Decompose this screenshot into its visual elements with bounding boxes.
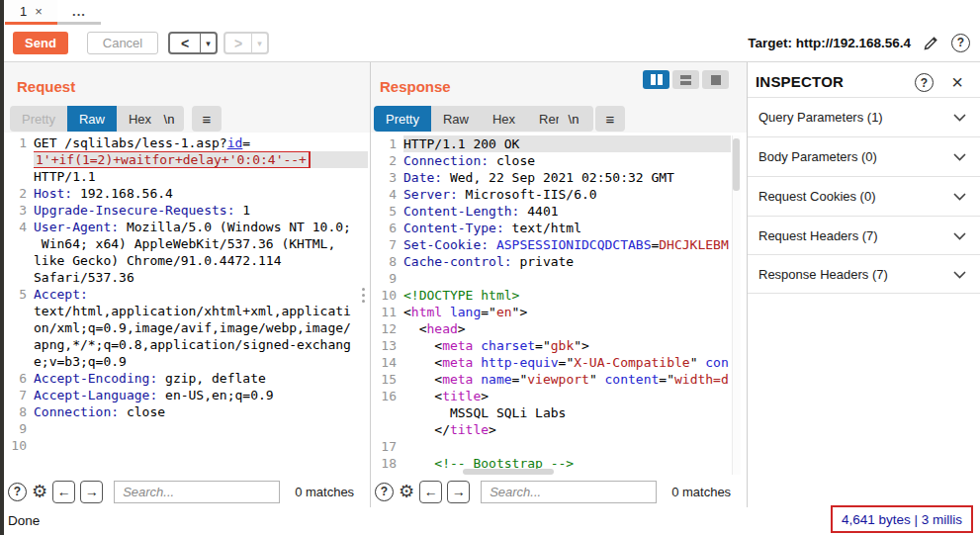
code-line[interactable]: 4Server: Microsoft-IIS/6.0: [376, 186, 731, 203]
code-line[interactable]: HTTP/1.1: [8, 168, 368, 185]
inspector-section-body-parameters[interactable]: Body Parameters (0): [748, 137, 980, 176]
code-line[interactable]: 13 <meta charset="gbk">: [376, 337, 731, 354]
code-line[interactable]: 5Accept:: [8, 286, 368, 303]
code-line[interactable]: 1'+if(1=2)+waitfor+delay+'0:0:4'--+: [8, 151, 368, 168]
back-dropdown-icon[interactable]: ▾: [200, 34, 216, 52]
code-line[interactable]: 2Connection: close: [376, 152, 731, 169]
code-line[interactable]: on/xml;q=0.9,image/avif,image/webp,image…: [8, 319, 368, 336]
help-icon[interactable]: ?: [375, 483, 394, 501]
gear-icon[interactable]: ⚙: [32, 483, 47, 500]
search-next-icon[interactable]: →: [80, 481, 103, 503]
code-line[interactable]: MSSQL SQLi Labs: [376, 404, 731, 421]
show-newlines-button[interactable]: \n: [559, 106, 588, 132]
line-number: 3: [376, 169, 403, 186]
inspector-section-response-headers[interactable]: Response Headers (7): [748, 255, 980, 294]
chevron-down-icon: [953, 153, 966, 161]
section-label: Request Cookies (0): [758, 189, 876, 204]
tab-overflow[interactable]: ...: [57, 0, 101, 25]
code-line[interactable]: 5Content-Length: 4401: [376, 203, 731, 220]
splitter-grip[interactable]: [362, 288, 365, 303]
back-button[interactable]: < ▾: [168, 32, 218, 54]
close-tab-icon[interactable]: ×: [35, 4, 43, 19]
request-response-splitter[interactable]: [370, 62, 371, 507]
code-line[interactable]: 17: [376, 438, 731, 455]
line-number: 1: [8, 134, 34, 151]
code-line[interactable]: 3Upgrade-Insecure-Requests: 1: [8, 202, 368, 219]
code-line[interactable]: 7Set-Cookie: ASPSESSIONIDCQDCTABS=DHCJKL…: [376, 236, 731, 253]
code-line[interactable]: 9: [376, 270, 731, 287]
request-panel-title: Request: [17, 78, 75, 95]
code-line[interactable]: 10<!DOCTYPE html>: [376, 287, 731, 304]
layout-rows-button[interactable]: [672, 70, 699, 89]
gear-icon[interactable]: ⚙: [399, 483, 414, 500]
line-text: <meta name="viewport" content="width=d: [403, 371, 731, 388]
search-next-icon[interactable]: →: [447, 481, 470, 503]
send-button[interactable]: Send: [13, 32, 68, 54]
inspector-section-query-parameters[interactable]: Query Parameters (1): [748, 98, 980, 136]
menu-icon[interactable]: ≡: [192, 106, 222, 132]
edit-target-icon[interactable]: [923, 35, 939, 51]
tab-raw[interactable]: Raw: [67, 106, 117, 132]
line-text: on/xml;q=0.9,image/avif,image/webp,image…: [34, 319, 368, 336]
response-editor[interactable]: 1HTTP/1.1 200 OK2Connection: close3Date:…: [376, 135, 731, 475]
line-number: 9: [376, 270, 403, 287]
chevron-down-icon: [953, 232, 966, 240]
code-line[interactable]: 12 <head>: [376, 320, 731, 337]
help-icon[interactable]: ?: [951, 34, 970, 52]
code-line[interactable]: Win64; x64) AppleWebKit/537.36 (KHTML,: [8, 235, 368, 252]
forward-dropdown-icon[interactable]: ▾: [251, 34, 267, 52]
code-line[interactable]: 1HTTP/1.1 200 OK: [376, 135, 731, 152]
code-line[interactable]: 11<html lang="en">: [376, 304, 731, 320]
code-line[interactable]: 8Cache-control: private: [376, 253, 731, 270]
code-line[interactable]: like Gecko) Chrome/91.0.4472.114: [8, 252, 368, 269]
layout-columns-button[interactable]: [643, 70, 669, 89]
code-line[interactable]: 3Date: Wed, 22 Sep 2021 02:50:32 GMT: [376, 169, 731, 186]
inspector-section-request-headers[interactable]: Request Headers (7): [748, 217, 980, 255]
layout-single-button[interactable]: [702, 70, 729, 89]
code-line[interactable]: </title>: [376, 421, 731, 438]
code-line[interactable]: apng,*/*;q=0.8,application/signed-exchan…: [8, 336, 368, 353]
line-text: Safari/537.36: [34, 269, 368, 286]
line-number: 15: [376, 371, 403, 388]
tab-raw[interactable]: Raw: [431, 106, 481, 132]
code-line[interactable]: 15 <meta name="viewport" content="width=…: [376, 371, 731, 388]
repeater-tab-1[interactable]: 1 ×: [5, 0, 57, 25]
code-line[interactable]: 6Accept-Encoding: gzip, deflate: [8, 370, 368, 387]
line-text: [403, 438, 731, 455]
code-line[interactable]: 2Host: 192.168.56.4: [8, 185, 368, 202]
tab-hex[interactable]: Hex: [481, 106, 527, 132]
code-line[interactable]: 4User-Agent: Mozilla/5.0 (Windows NT 10.…: [8, 219, 368, 235]
code-line[interactable]: 10: [8, 437, 368, 454]
code-line[interactable]: 1GET /sqlilabs/less-1.asp?id=: [8, 134, 368, 151]
search-input[interactable]: [481, 481, 657, 503]
code-line[interactable]: 14 <meta http-equiv="X-UA-Compatible" co…: [376, 354, 731, 371]
code-line[interactable]: 8Connection: close: [8, 403, 368, 420]
show-newlines-button[interactable]: \n: [154, 106, 184, 132]
code-line[interactable]: 9: [8, 420, 368, 437]
cancel-button[interactable]: Cancel: [87, 32, 158, 54]
code-line[interactable]: e;v=b3;q=0.9: [8, 353, 368, 370]
chevron-down-icon: [953, 114, 966, 122]
vertical-scrollbar-thumb[interactable]: [733, 138, 740, 191]
tab-pretty[interactable]: Pretty: [374, 106, 431, 132]
code-line[interactable]: 7Accept-Language: en-US,en;q=0.9: [8, 387, 368, 403]
line-number: 8: [8, 403, 34, 420]
help-icon[interactable]: ?: [8, 483, 27, 501]
help-icon[interactable]: ?: [915, 73, 934, 92]
tab-pretty[interactable]: Pretty: [10, 106, 67, 132]
search-prev-icon[interactable]: ←: [419, 481, 442, 503]
close-icon[interactable]: ×: [946, 71, 968, 94]
code-line[interactable]: 16 <title>: [376, 388, 731, 404]
forward-button[interactable]: > ▾: [223, 32, 269, 54]
line-number: 14: [376, 354, 403, 371]
search-input[interactable]: [114, 481, 280, 503]
code-line[interactable]: text/html,application/xhtml+xml,applicat…: [8, 303, 368, 319]
request-editor[interactable]: 1GET /sqlilabs/less-1.asp?id=1'+if(1=2)+…: [8, 134, 368, 475]
line-text: Connection: close: [403, 152, 731, 169]
horizontal-scrollbar-thumb[interactable]: [463, 469, 554, 475]
search-prev-icon[interactable]: ←: [52, 481, 75, 503]
code-line[interactable]: 6Content-Type: text/html: [376, 220, 731, 236]
menu-icon[interactable]: ≡: [595, 106, 625, 132]
code-line[interactable]: Safari/537.36: [8, 269, 368, 286]
inspector-section-request-cookies[interactable]: Request Cookies (0): [748, 177, 980, 216]
